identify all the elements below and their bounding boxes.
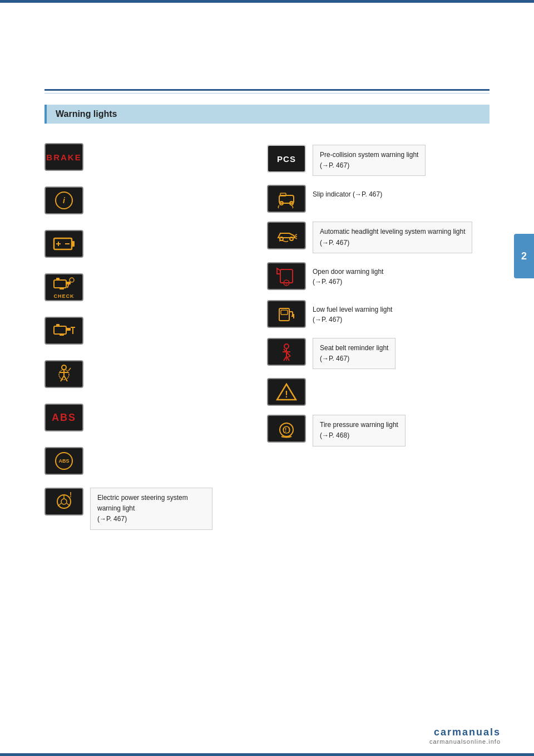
pcs-ref: (→P. 467) [320,161,349,169]
seatbelt-row: Seat belt reminder light(→P. 467) [267,333,490,374]
svg-line-30 [295,234,297,235]
door-row: ! Open door warning light(→P. 467) [267,258,490,296]
seatbelt-description-box: Seat belt reminder light(→P. 467) [313,338,395,369]
fuel-icon [267,300,306,328]
check-engine-icon: CHECK [44,273,83,301]
svg-rect-5 [54,280,66,288]
svg-rect-13 [66,328,71,331]
chapter-number: 2 [521,251,527,262]
tire-description: Tire pressure warning light(→P. 468) [320,421,398,439]
svg-text:!: ! [70,492,72,499]
abs-circle-text: ABS [58,458,69,464]
svg-text:!: ! [286,281,288,286]
svg-text:(! ): (! ) [283,427,290,433]
svg-text:!: ! [285,390,288,399]
headlight-ref: (→P. 467) [320,239,349,247]
door-text: Open door warning light(→P. 467) [313,268,383,286]
bottom-rule [0,753,534,756]
engine-svg [52,322,76,340]
pcs-text: PCS [277,154,296,164]
eps-icon: ! [44,488,83,516]
door-svg: ! [276,266,297,286]
light-rule [44,93,490,94]
right-column: PCS Pre-collision system warning light(→… [267,140,490,478]
slip-icon [267,185,306,213]
svg-line-32 [295,238,297,239]
abs-text-row: ABS [44,401,256,434]
abs-circle-symbol: ABS [55,452,73,470]
left-column: BRAKE i [44,140,267,478]
check-engine-svg [52,276,76,291]
seatbelt-description: Seat belt reminder light(→P. 467) [320,344,388,362]
pcs-row: PCS Pre-collision system warning light(→… [267,140,490,180]
master-warning-circle: i [55,192,73,209]
svg-line-23 [68,368,71,371]
fuel-text: Low fuel level warning light(→P. 467) [313,306,392,323]
content-area: Warning lights BRAKE i [0,11,534,575]
logo-main: carmanuals [434,726,501,738]
svg-point-9 [70,278,74,282]
pcs-icon: PCS [267,145,306,173]
svg-point-54 [61,499,67,504]
slip-svg [276,189,297,209]
svg-point-17 [62,365,66,370]
engine-only-row [44,314,256,347]
eps-ref: (→P. 467) [97,515,127,523]
pcs-description-box: Pre-collision system warning light(→P. 4… [313,145,426,176]
fuel-description: Low fuel level warning light(→P. 467) [313,300,490,329]
icons-grid: BRAKE i [44,140,490,478]
svg-point-42 [284,344,289,348]
abs-circle-icon: ABS [44,447,83,475]
master-warn-triangle-icon: ! [267,378,306,406]
brake-text: BRAKE [46,153,81,162]
chapter-tab: 2 [514,234,534,278]
airbag-svg [54,364,74,385]
tire-svg: (! ) [276,419,297,439]
svg-rect-25 [280,193,286,196]
seatbelt-svg [276,342,297,362]
battery-row [44,227,256,261]
page-container: 2 Warning lights BRAKE [0,0,534,756]
tire-icon: (! ) [267,415,306,443]
headlight-row: Automatic headlight leveling system warn… [267,217,490,257]
check-engine-row: CHECK [44,271,256,304]
logo-site: carmanualsonline.info [429,738,501,745]
eps-description-box: Electric power steering system warning l… [90,488,212,530]
master-warning-icon: i [44,186,83,214]
fuel-svg [276,304,297,324]
brake-icon: BRAKE [44,143,83,171]
top-rule [0,0,534,3]
svg-rect-37 [281,310,288,315]
battery-icon [44,230,83,258]
triangle-svg: ! [276,382,297,402]
abs-text-icon: ABS [44,404,83,431]
master-warning-row: i [44,184,256,217]
headlight-description-box: Automatic headlight leveling system warn… [313,222,472,253]
fuel-row: Low fuel level warning light(→P. 467) [267,296,490,333]
airbag-row [44,357,256,391]
section-header: Warning lights [44,105,490,124]
svg-rect-12 [56,324,60,327]
blue-rule-top [44,89,490,91]
slip-description: Slip indicator (→P. 467) [313,185,490,204]
svg-point-28 [280,237,283,240]
section-title: Warning lights [56,109,117,119]
master-warn-triangle-row: ! [267,374,490,410]
check-text: CHECK [53,293,74,299]
eps-section: ! Electric power steering system warning… [44,488,490,530]
engine-icon [44,317,83,345]
brake-row: BRAKE [44,140,256,174]
svg-line-21 [64,376,67,381]
svg-rect-8 [60,288,64,289]
tire-description-box: Tire pressure warning light(→P. 468) [313,415,406,446]
slip-text: Slip indicator (→P. 467) [313,190,382,198]
airbag-icon [44,360,83,388]
tire-ref: (→P. 468) [320,431,349,439]
master-warning-symbol: i [63,196,65,205]
headlight-description: Automatic headlight leveling system warn… [320,228,465,246]
svg-rect-11 [54,326,66,334]
abs-label: ABS [52,412,76,424]
battery-svg [53,236,75,252]
slip-row: Slip indicator (→P. 467) [267,180,490,217]
tire-row: (! ) Tire pressure warning light(→P. 468… [267,410,490,450]
